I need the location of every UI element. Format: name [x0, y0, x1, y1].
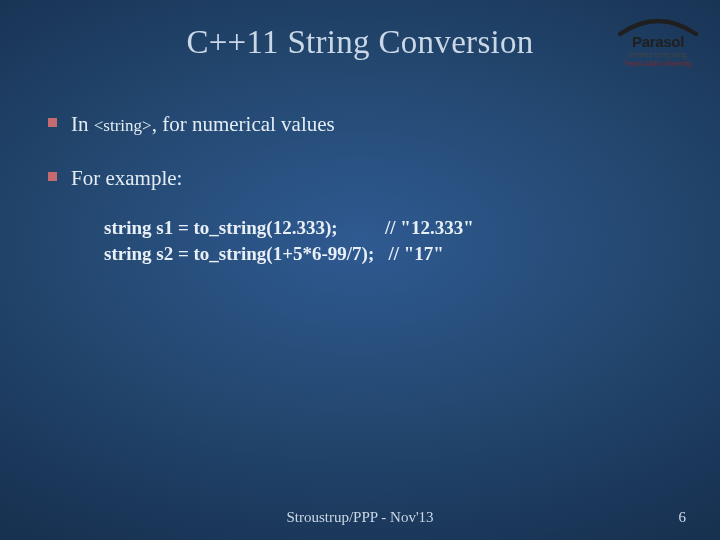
bullet-marker-icon — [48, 172, 57, 181]
slide-title: C++11 String Conversion — [0, 24, 720, 61]
bullet-1-pre: In — [71, 112, 94, 136]
logo: Parasol Smarter computing. Texas A&M Uni… — [614, 16, 702, 68]
bullet-1-mono: <string> — [94, 116, 152, 135]
slide: C++11 String Conversion Parasol Smarter … — [0, 0, 720, 540]
footer-page: 6 — [679, 509, 687, 526]
code-line-2: string s2 = to_string(1+5*6-99/7); // "1… — [104, 241, 680, 267]
body: In <string>, for numerical values For ex… — [48, 110, 680, 267]
bullet-1: In <string>, for numerical values — [48, 110, 680, 138]
bullet-2: For example: — [48, 164, 680, 192]
logo-sub: Smarter computing. — [614, 51, 702, 59]
bullet-2-text: For example: — [71, 164, 182, 192]
logo-brand: Parasol — [614, 34, 702, 49]
bullet-1-post: , for numerical values — [152, 112, 335, 136]
code-line-1: string s1 = to_string(12.333); // "12.33… — [104, 215, 680, 241]
bullet-1-text: In <string>, for numerical values — [71, 110, 335, 138]
code-block: string s1 = to_string(12.333); // "12.33… — [104, 215, 680, 267]
bullet-marker-icon — [48, 118, 57, 127]
logo-sub2: Texas A&M University — [614, 60, 702, 68]
footer-credit: Stroustrup/PPP - Nov'13 — [0, 509, 720, 526]
